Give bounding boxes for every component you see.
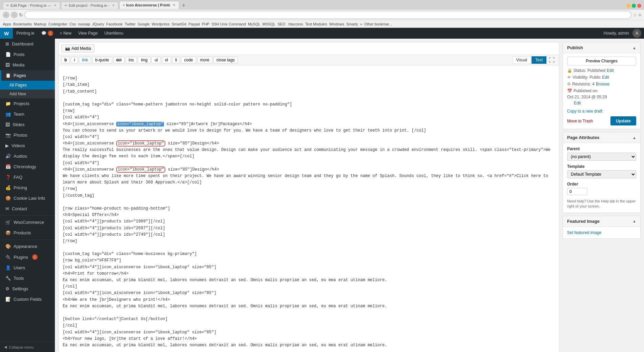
toolbar-btn-link[interactable]: link	[79, 57, 91, 63]
settings-icon[interactable]: ≡	[639, 12, 641, 18]
toolbar-btn-ins[interactable]: ins	[126, 57, 137, 63]
bookmark-markup[interactable]: Markup	[34, 22, 46, 26]
browser-tab[interactable]: ✏ Edit Page - Printing.ie — ✕	[3, 2, 60, 9]
bookmark-wordpress[interactable]: Wordpress	[152, 22, 170, 26]
bookmark-testmodules[interactable]: Test Modules	[305, 22, 327, 26]
sidebar-item-woocommerce[interactable]: 🛒 WooCommerce	[0, 217, 55, 228]
bookmark-ssh[interactable]: SSH Unix Command	[211, 22, 246, 26]
sidebar-item-settings[interactable]: ⚙ Settings	[0, 283, 55, 294]
sidebar-item-cookie[interactable]: 🍪 Cookie Law Info	[0, 193, 55, 203]
revisions-browse-link[interactable]: Browse	[596, 82, 609, 86]
toolbar-btn-more[interactable]: more	[197, 57, 212, 63]
preview-changes-button[interactable]: Preview Changes	[567, 57, 636, 65]
bookmark-smartgit[interactable]: SmartGit	[172, 22, 186, 26]
ubermenu-btn[interactable]: UberMenu	[101, 28, 127, 39]
copy-draft-link[interactable]: Copy to a new draft	[567, 109, 636, 114]
bookmark-seo[interactable]: SEO	[277, 22, 285, 26]
sidebar-item-tools[interactable]: 🔧 Tools	[0, 273, 55, 283]
back-button[interactable]: ‹	[3, 12, 9, 18]
bookmark-bookmarks[interactable]: Bookmarks	[13, 22, 32, 26]
featured-image-header[interactable]: Featured Image ▲	[563, 216, 640, 227]
bookmark-htaccess[interactable]: .htaccess	[287, 22, 303, 26]
toolbar-btn-i[interactable]: i	[71, 57, 78, 63]
collapse-menu-btn[interactable]: ◀ Collapse menu	[0, 342, 55, 352]
sidebar-item-chronology[interactable]: 📅 Chronology	[0, 161, 55, 172]
sidebar-item-all-pages[interactable]: All Pages	[0, 81, 55, 90]
sidebar-item-slides[interactable]: 🖼 Slides	[0, 119, 55, 130]
published-edit-link[interactable]: Edit	[567, 101, 636, 105]
address-bar[interactable]: 39993.yourproof.info/wp-admin/post.php?p…	[24, 11, 631, 19]
sidebar-item-pricing[interactable]: 💰 Pricing	[0, 182, 55, 193]
toolbar-btn-bquote[interactable]: b-quote	[92, 57, 112, 63]
sidebar-item-media[interactable]: 🖼 Media	[0, 60, 55, 70]
parent-select[interactable]: (no parent)	[567, 153, 636, 161]
tab-close-2[interactable]: ✕	[112, 4, 115, 7]
toolbar-btn-close-tags[interactable]: close tags	[213, 57, 238, 63]
bookmark-jquery[interactable]: JQuery	[92, 22, 104, 26]
sidebar-item-dashboard[interactable]: ⊞ Dashboard	[0, 39, 55, 49]
sidebar-item-add-new[interactable]: Add New	[0, 90, 55, 98]
expand-editor-button[interactable]: ⛶	[547, 57, 556, 64]
page-attributes-header[interactable]: Page Attributes ▲	[563, 132, 640, 143]
refresh-button[interactable]: ↻	[19, 12, 23, 18]
toolbar-btn-li[interactable]: li	[172, 57, 180, 63]
toolbar-btn-img[interactable]: img	[138, 57, 150, 63]
sidebar-item-team[interactable]: 👥 Team	[0, 109, 55, 119]
bookmark-codeigniter[interactable]: Codeigniter	[48, 22, 67, 26]
bookmark-nusoap[interactable]: nusoap	[78, 22, 90, 26]
forward-button[interactable]: ›	[11, 12, 18, 18]
toolbar-btn-b[interactable]: b	[61, 57, 70, 63]
minimize-button[interactable]	[626, 4, 630, 8]
bookmark-windows[interactable]: Windows	[329, 22, 345, 26]
sidebar-item-posts[interactable]: 📄 Posts	[0, 49, 55, 60]
visibility-edit-link[interactable]: Edit	[602, 75, 609, 80]
toolbar-btn-ul[interactable]: ul	[151, 57, 161, 63]
browser-tab-3-active[interactable]: ● Icon Aisconverse | Printin... ✕	[119, 1, 179, 9]
sidebar-item-faq[interactable]: ❓ FAQ	[0, 172, 55, 182]
tab-close-3[interactable]: ✕	[173, 3, 175, 7]
order-input[interactable]	[567, 188, 587, 195]
new-content-btn[interactable]: + New	[57, 28, 75, 39]
browser-tab-2[interactable]: ✏ Edit project · Printing.ie — ✕	[61, 2, 119, 9]
sidebar-item-photos[interactable]: 📷 Photos	[0, 130, 55, 140]
status-edit-link[interactable]: Edit	[607, 68, 614, 73]
new-tab-button[interactable]: +	[180, 2, 187, 9]
user-avatar[interactable]: A	[632, 29, 641, 38]
update-button[interactable]: Update	[610, 116, 636, 125]
sidebar-item-users[interactable]: 👤 Users	[0, 262, 55, 273]
bookmark-php[interactable]: PHP	[202, 22, 210, 26]
publish-panel-header[interactable]: Publish ▲	[563, 42, 640, 53]
wp-logo[interactable]: W	[0, 28, 13, 39]
tab-close-1[interactable]: ✕	[54, 4, 57, 7]
site-name[interactable]: Printing.ie	[13, 28, 38, 39]
sidebar-item-audios[interactable]: 🔊 Audios	[0, 151, 55, 161]
bookmark-google[interactable]: Google	[138, 22, 149, 26]
sidebar-item-contact[interactable]: ✉ Contact	[0, 203, 55, 214]
sidebar-item-custom-fields[interactable]: 📝 Custom Fields	[0, 294, 55, 305]
set-featured-image-link[interactable]: Set featured image	[567, 230, 601, 235]
toolbar-btn-ol[interactable]: ol	[162, 57, 171, 63]
sidebar-item-appearance[interactable]: 🎨 Appearance	[0, 241, 55, 252]
comments-icon-btn[interactable]: 💬 1	[38, 28, 57, 39]
bookmark-other[interactable]: Other bookmar...	[364, 22, 392, 26]
view-page-btn[interactable]: View Page	[75, 28, 101, 39]
close-button[interactable]	[637, 4, 641, 8]
bookmark-mysql[interactable]: MySQL	[248, 22, 261, 26]
tab-visual[interactable]: Visual	[513, 56, 531, 64]
toolbar-btn-del[interactable]: del	[113, 57, 125, 63]
bookmark-smarty[interactable]: Smarty	[346, 22, 358, 26]
move-trash-link[interactable]: Move to Trash	[567, 119, 593, 123]
editor-content-area[interactable]: [/row] [/tab_item] [/tab_content] [custo…	[58, 65, 559, 352]
maximize-button[interactable]	[632, 4, 636, 8]
add-media-button[interactable]: 📷 Add Media	[61, 44, 95, 53]
toolbar-btn-code[interactable]: code	[181, 57, 196, 63]
bookmark-mssql[interactable]: MSSQL	[263, 22, 276, 26]
sidebar-item-projects[interactable]: 📁 Projects	[0, 98, 55, 109]
bookmark-apps[interactable]: Apps	[3, 22, 11, 26]
bookmark-icon[interactable]: ☆	[633, 12, 637, 18]
sidebar-item-plugins[interactable]: 🔌 Plugins 1	[0, 252, 55, 262]
tab-text[interactable]: Text	[532, 56, 546, 64]
bookmark-facebook[interactable]: Facebook	[106, 22, 123, 26]
bookmark-twitter[interactable]: Twitter	[125, 22, 136, 26]
sidebar-item-videos[interactable]: ▶ Videos	[0, 140, 55, 151]
